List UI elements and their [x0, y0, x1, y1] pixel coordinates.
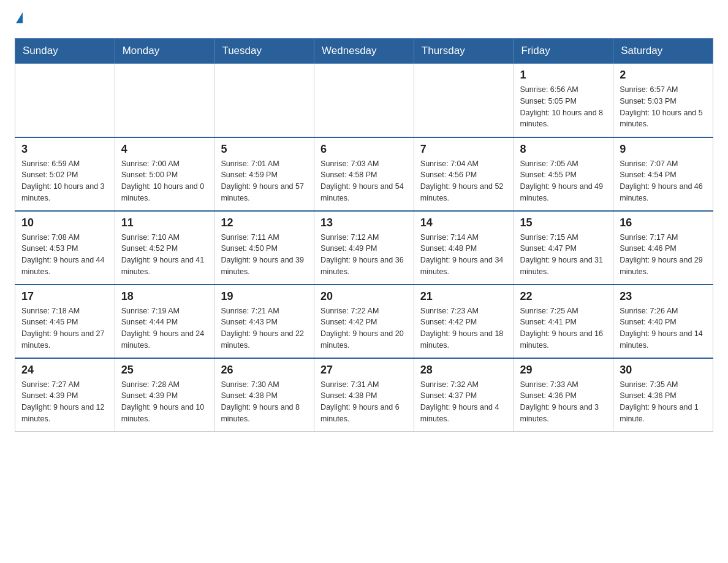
day-info: Sunrise: 7:14 AMSunset: 4:48 PMDaylight:… — [420, 232, 507, 278]
day-info: Sunrise: 6:57 AMSunset: 5:03 PMDaylight:… — [620, 84, 707, 130]
day-number: 6 — [320, 143, 408, 156]
calendar-cell: 21Sunrise: 7:23 AMSunset: 4:42 PMDayligh… — [414, 285, 514, 358]
calendar-cell: 15Sunrise: 7:15 AMSunset: 4:47 PMDayligh… — [514, 211, 613, 285]
calendar-cell — [15, 64, 115, 137]
calendar-cell: 3Sunrise: 6:59 AMSunset: 5:02 PMDaylight… — [15, 137, 115, 211]
calendar-cell: 9Sunrise: 7:07 AMSunset: 4:54 PMDaylight… — [613, 137, 713, 211]
day-info: Sunrise: 7:03 AMSunset: 4:58 PMDaylight:… — [320, 158, 408, 204]
calendar-cell: 27Sunrise: 7:31 AMSunset: 4:38 PMDayligh… — [314, 358, 414, 432]
day-number: 18 — [121, 290, 208, 303]
calendar-cell — [115, 64, 214, 137]
calendar-cell: 25Sunrise: 7:28 AMSunset: 4:39 PMDayligh… — [115, 358, 214, 432]
day-of-week-header: Tuesday — [214, 39, 314, 64]
calendar-cell: 20Sunrise: 7:22 AMSunset: 4:42 PMDayligh… — [314, 285, 414, 358]
calendar-cell: 14Sunrise: 7:14 AMSunset: 4:48 PMDayligh… — [414, 211, 514, 285]
day-info: Sunrise: 7:28 AMSunset: 4:39 PMDaylight:… — [121, 379, 208, 425]
calendar-cell: 26Sunrise: 7:30 AMSunset: 4:38 PMDayligh… — [214, 358, 314, 432]
day-number: 30 — [620, 364, 707, 377]
day-info: Sunrise: 7:19 AMSunset: 4:44 PMDaylight:… — [121, 305, 208, 351]
calendar-cell: 4Sunrise: 7:00 AMSunset: 5:00 PMDaylight… — [115, 137, 214, 211]
calendar-cell: 23Sunrise: 7:26 AMSunset: 4:40 PMDayligh… — [613, 285, 713, 358]
calendar-cell: 13Sunrise: 7:12 AMSunset: 4:49 PMDayligh… — [314, 211, 414, 285]
page-header — [15, 15, 713, 26]
calendar-cell: 18Sunrise: 7:19 AMSunset: 4:44 PMDayligh… — [115, 285, 214, 358]
calendar-cell: 8Sunrise: 7:05 AMSunset: 4:55 PMDaylight… — [514, 137, 613, 211]
day-number: 8 — [520, 143, 607, 156]
day-number: 25 — [121, 364, 208, 377]
calendar-cell — [414, 64, 514, 137]
day-info: Sunrise: 7:25 AMSunset: 4:41 PMDaylight:… — [520, 305, 607, 351]
day-of-week-header: Monday — [115, 39, 214, 64]
calendar-table: SundayMondayTuesdayWednesdayThursdayFrid… — [15, 38, 713, 432]
logo — [15, 15, 23, 26]
day-info: Sunrise: 7:00 AMSunset: 5:00 PMDaylight:… — [121, 158, 208, 204]
calendar-cell: 12Sunrise: 7:11 AMSunset: 4:50 PMDayligh… — [214, 211, 314, 285]
day-number: 4 — [121, 143, 208, 156]
day-info: Sunrise: 7:07 AMSunset: 4:54 PMDaylight:… — [620, 158, 707, 204]
calendar-week-row: 3Sunrise: 6:59 AMSunset: 5:02 PMDaylight… — [15, 137, 713, 211]
day-info: Sunrise: 7:35 AMSunset: 4:36 PMDaylight:… — [620, 379, 707, 425]
day-info: Sunrise: 7:01 AMSunset: 4:59 PMDaylight:… — [221, 158, 308, 204]
day-number: 10 — [21, 216, 108, 229]
day-of-week-header: Wednesday — [314, 39, 414, 64]
day-info: Sunrise: 7:10 AMSunset: 4:52 PMDaylight:… — [121, 232, 208, 278]
day-number: 24 — [21, 364, 108, 377]
day-info: Sunrise: 7:23 AMSunset: 4:42 PMDaylight:… — [420, 305, 507, 351]
calendar-cell: 11Sunrise: 7:10 AMSunset: 4:52 PMDayligh… — [115, 211, 214, 285]
day-number: 27 — [320, 364, 408, 377]
calendar-cell: 29Sunrise: 7:33 AMSunset: 4:36 PMDayligh… — [514, 358, 613, 432]
day-info: Sunrise: 7:32 AMSunset: 4:37 PMDaylight:… — [420, 379, 507, 425]
day-of-week-header: Thursday — [414, 39, 514, 64]
calendar-cell: 7Sunrise: 7:04 AMSunset: 4:56 PMDaylight… — [414, 137, 514, 211]
calendar-cell: 2Sunrise: 6:57 AMSunset: 5:03 PMDaylight… — [613, 64, 713, 137]
day-number: 26 — [221, 364, 308, 377]
day-info: Sunrise: 7:17 AMSunset: 4:46 PMDaylight:… — [620, 232, 707, 278]
day-number: 15 — [520, 216, 607, 229]
day-number: 3 — [21, 143, 108, 156]
calendar-cell: 1Sunrise: 6:56 AMSunset: 5:05 PMDaylight… — [514, 64, 613, 137]
day-number: 23 — [620, 290, 707, 303]
day-number: 29 — [520, 364, 607, 377]
calendar-cell: 22Sunrise: 7:25 AMSunset: 4:41 PMDayligh… — [514, 285, 613, 358]
calendar-week-row: 24Sunrise: 7:27 AMSunset: 4:39 PMDayligh… — [15, 358, 713, 432]
calendar-cell: 5Sunrise: 7:01 AMSunset: 4:59 PMDaylight… — [214, 137, 314, 211]
day-info: Sunrise: 7:22 AMSunset: 4:42 PMDaylight:… — [320, 305, 408, 351]
calendar-cell: 19Sunrise: 7:21 AMSunset: 4:43 PMDayligh… — [214, 285, 314, 358]
day-info: Sunrise: 7:12 AMSunset: 4:49 PMDaylight:… — [320, 232, 408, 278]
day-number: 7 — [420, 143, 507, 156]
logo-triangle-icon — [16, 12, 23, 23]
day-number: 1 — [520, 69, 607, 82]
day-info: Sunrise: 7:18 AMSunset: 4:45 PMDaylight:… — [21, 305, 108, 351]
day-info: Sunrise: 6:59 AMSunset: 5:02 PMDaylight:… — [21, 158, 108, 204]
calendar-week-row: 17Sunrise: 7:18 AMSunset: 4:45 PMDayligh… — [15, 285, 713, 358]
calendar-week-row: 10Sunrise: 7:08 AMSunset: 4:53 PMDayligh… — [15, 211, 713, 285]
calendar-cell: 28Sunrise: 7:32 AMSunset: 4:37 PMDayligh… — [414, 358, 514, 432]
day-of-week-header: Friday — [514, 39, 613, 64]
day-info: Sunrise: 7:15 AMSunset: 4:47 PMDaylight:… — [520, 232, 607, 278]
day-number: 14 — [420, 216, 507, 229]
day-number: 12 — [221, 216, 308, 229]
day-number: 21 — [420, 290, 507, 303]
day-number: 13 — [320, 216, 408, 229]
calendar-cell: 10Sunrise: 7:08 AMSunset: 4:53 PMDayligh… — [15, 211, 115, 285]
day-info: Sunrise: 7:21 AMSunset: 4:43 PMDaylight:… — [221, 305, 308, 351]
calendar-cell — [214, 64, 314, 137]
day-number: 11 — [121, 216, 208, 229]
day-info: Sunrise: 7:27 AMSunset: 4:39 PMDaylight:… — [21, 379, 108, 425]
calendar-cell — [314, 64, 414, 137]
day-number: 19 — [221, 290, 308, 303]
day-info: Sunrise: 7:31 AMSunset: 4:38 PMDaylight:… — [320, 379, 408, 425]
day-info: Sunrise: 6:56 AMSunset: 5:05 PMDaylight:… — [520, 84, 607, 130]
day-number: 2 — [620, 69, 707, 82]
day-number: 28 — [420, 364, 507, 377]
calendar-cell: 6Sunrise: 7:03 AMSunset: 4:58 PMDaylight… — [314, 137, 414, 211]
calendar-cell: 16Sunrise: 7:17 AMSunset: 4:46 PMDayligh… — [613, 211, 713, 285]
calendar-header-row: SundayMondayTuesdayWednesdayThursdayFrid… — [15, 39, 713, 64]
day-info: Sunrise: 7:26 AMSunset: 4:40 PMDaylight:… — [620, 305, 707, 351]
day-number: 5 — [221, 143, 308, 156]
day-info: Sunrise: 7:33 AMSunset: 4:36 PMDaylight:… — [520, 379, 607, 425]
day-of-week-header: Sunday — [15, 39, 115, 64]
calendar-cell: 30Sunrise: 7:35 AMSunset: 4:36 PMDayligh… — [613, 358, 713, 432]
day-number: 9 — [620, 143, 707, 156]
day-info: Sunrise: 7:11 AMSunset: 4:50 PMDaylight:… — [221, 232, 308, 278]
